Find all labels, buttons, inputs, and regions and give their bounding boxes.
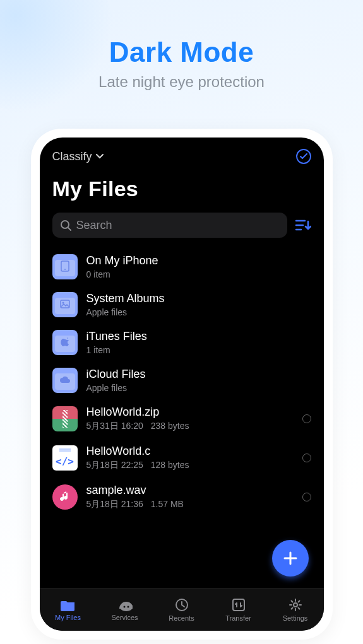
item-title: iTunes Files <box>86 330 311 343</box>
page-title: My Files <box>40 164 324 213</box>
add-button[interactable] <box>272 540 309 577</box>
tab-icon <box>289 598 302 612</box>
tab-icon <box>175 598 189 612</box>
device-frame: Classify My Files Search On <box>31 129 333 640</box>
classify-dropdown[interactable]: Classify <box>52 150 104 163</box>
svg-point-6 <box>64 269 66 270</box>
item-title: sample.wav <box>86 484 294 497</box>
tab-icon <box>117 599 133 611</box>
item-subtitle: Apple files <box>86 307 311 317</box>
item-subtitle: 0 item <box>86 269 311 279</box>
svg-point-13 <box>127 606 129 607</box>
svg-point-16 <box>294 603 297 607</box>
tab-icon <box>232 598 246 612</box>
item-subtitle: 1 item <box>86 345 311 355</box>
item-title: iCloud Files <box>86 368 311 381</box>
search-icon <box>60 220 71 231</box>
list-item[interactable]: System AlbumsApple files <box>44 286 320 324</box>
tab-recents[interactable]: Recents <box>153 588 210 631</box>
item-subtitle: Apple files <box>86 383 311 393</box>
list-item[interactable]: iCloud FilesApple files <box>44 361 320 399</box>
list-item[interactable]: On My iPhone0 item <box>44 248 320 286</box>
select-radio[interactable] <box>302 493 311 501</box>
classify-label: Classify <box>52 150 92 163</box>
folder-icon <box>52 292 78 317</box>
tab-my-files[interactable]: My Files <box>40 588 97 631</box>
item-title: HelloWorld.c <box>86 445 294 458</box>
tab-label: My Files <box>55 614 81 621</box>
select-mode-button[interactable] <box>296 149 311 164</box>
promo-title: Dark Mode <box>0 37 363 68</box>
tab-settings[interactable]: Settings <box>267 588 324 631</box>
list-item[interactable]: iTunes Files1 item <box>44 324 320 361</box>
zip-icon <box>52 406 78 431</box>
folder-icon <box>52 330 78 355</box>
tab-label: Settings <box>283 614 308 622</box>
chevron-down-icon <box>96 154 104 159</box>
search-placeholder: Search <box>76 219 112 232</box>
list-item[interactable]: sample.wav5月18日 21:361.57 MB <box>44 477 320 517</box>
item-subtitle: 5月31日 16:20238 bytes <box>86 421 294 432</box>
svg-rect-15 <box>233 599 244 611</box>
svg-point-11 <box>120 604 133 611</box>
file-list: On My iPhone0 itemSystem AlbumsApple fil… <box>40 244 324 517</box>
app-screen: Classify My Files Search On <box>40 138 324 631</box>
check-icon <box>300 153 307 160</box>
sort-icon <box>295 218 311 232</box>
tab-bar: My FilesServicesRecentsTransferSettings <box>40 588 324 631</box>
item-subtitle: 5月18日 22:25128 bytes <box>86 460 294 471</box>
list-item[interactable]: HelloWorld.zip5月31日 16:20238 bytes <box>44 399 320 438</box>
svg-line-1 <box>68 228 71 230</box>
tab-services[interactable]: Services <box>97 588 153 631</box>
item-title: System Albums <box>86 292 311 305</box>
item-subtitle: 5月18日 21:361.57 MB <box>86 499 294 510</box>
tab-icon <box>61 599 76 611</box>
svg-rect-7 <box>61 300 69 308</box>
folder-icon <box>52 254 78 279</box>
list-item[interactable]: </>HelloWorld.c5月18日 22:25128 bytes <box>44 438 320 477</box>
search-input[interactable]: Search <box>52 213 287 238</box>
tab-transfer[interactable]: Transfer <box>210 588 267 631</box>
promo-subtitle: Late night eye protection <box>0 73 363 91</box>
tab-label: Recents <box>169 614 194 622</box>
select-radio[interactable] <box>302 454 311 462</box>
svg-point-0 <box>61 221 69 228</box>
plus-icon <box>282 550 299 566</box>
tab-label: Transfer <box>225 614 251 622</box>
folder-icon <box>52 368 78 393</box>
svg-point-12 <box>123 606 125 607</box>
code-file-icon: </> <box>52 445 78 471</box>
item-title: HelloWorld.zip <box>86 406 294 419</box>
tab-label: Services <box>111 614 138 621</box>
sort-button[interactable] <box>295 218 311 232</box>
audio-icon <box>52 484 78 510</box>
item-title: On My iPhone <box>86 254 311 267</box>
select-radio[interactable] <box>302 414 311 423</box>
